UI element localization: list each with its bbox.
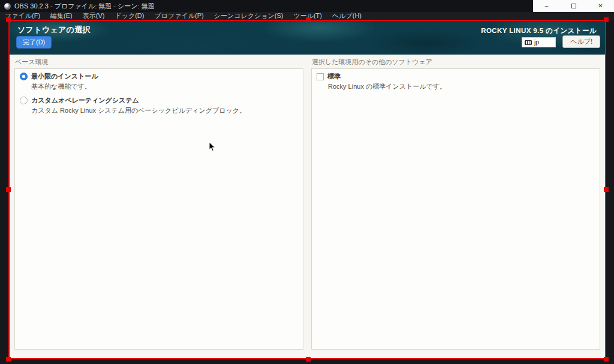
obs-window: OBS 30.2.3 - プロファイル: 無題 - シーン: 無題 – ✕ ファ… [0, 0, 614, 364]
resize-handle-top-center[interactable] [306, 17, 311, 22]
keyboard-icon [525, 40, 532, 45]
resize-handle-top-left[interactable] [6, 17, 11, 22]
obs-logo-icon [4, 3, 11, 10]
radio-unselected-icon[interactable] [20, 97, 28, 104]
base-environment-heading: ベース環境 [15, 58, 303, 67]
keyboard-layout-label: jp [534, 39, 539, 46]
close-button[interactable]: ✕ [587, 0, 614, 12]
help-button[interactable]: ヘルプ! [562, 35, 600, 48]
menu-scene-collection[interactable]: シーンコレクション(S) [214, 12, 284, 20]
page-title: ソフトウェアの選択 [17, 25, 91, 35]
done-button[interactable]: 完了(D) [16, 36, 52, 49]
resize-handle-middle-right[interactable] [604, 187, 609, 192]
list-item[interactable]: 最小限のインストール 基本的な機能です。 [15, 69, 303, 91]
resize-handle-bottom-left[interactable] [6, 357, 11, 362]
list-item[interactable]: カスタムオペレーティングシステム カスタム Rocky Linux システム用の… [15, 93, 303, 115]
maximize-button[interactable] [560, 0, 587, 12]
option-label: 最小限のインストール [31, 72, 98, 81]
addons-column: 選択した環境用のその他のソフトウェア 標準 Rocky Linux の標準インス… [311, 57, 600, 358]
base-environment-panel: 最小限のインストール 基本的な機能です。 カスタムオペレーティングシステム カス… [14, 68, 303, 350]
capture-preview[interactable]: ソフトウェアの選択 完了(D) ROCKY LINUX 9.5 のインストール … [8, 20, 606, 359]
menu-help[interactable]: ヘルプ(H) [332, 12, 362, 20]
resize-handle-bottom-right[interactable] [604, 357, 609, 362]
window-controls: – ✕ [533, 0, 614, 12]
menu-view[interactable]: 表示(V) [83, 12, 105, 20]
installer-content: ベース環境 最小限のインストール 基本的な機能です。 カスタムオペレーティングシ… [10, 55, 605, 358]
menu-profile[interactable]: プロファイル(P) [154, 12, 203, 20]
minimize-button[interactable]: – [533, 0, 560, 12]
window-title: OBS 30.2.3 - プロファイル: 無題 - シーン: 無題 [14, 2, 155, 11]
option-description: 基本的な機能です。 [31, 82, 298, 91]
menu-docks[interactable]: ドック(D) [115, 12, 144, 20]
resize-handle-bottom-center[interactable] [306, 357, 311, 362]
addons-heading: 選択した環境用のその他のソフトウェア [312, 58, 600, 67]
list-item[interactable]: 標準 Rocky Linux の標準インストールです。 [312, 69, 600, 91]
base-environment-column: ベース環境 最小限のインストール 基本的な機能です。 カスタムオペレーティングシ… [14, 57, 303, 358]
option-description: カスタム Rocky Linux システム用のベーシックビルディングブロック。 [31, 106, 298, 115]
addons-panel: 標準 Rocky Linux の標準インストールです。 [311, 68, 600, 350]
maximize-icon [571, 4, 576, 8]
option-label: カスタムオペレーティングシステム [31, 96, 139, 105]
checkbox-unchecked-icon[interactable] [317, 73, 324, 80]
installer-banner: ソフトウェアの選択 完了(D) ROCKY LINUX 9.5 のインストール … [10, 21, 605, 55]
resize-handle-top-right[interactable] [604, 17, 609, 22]
resize-handle-middle-left[interactable] [6, 187, 11, 192]
radio-selected-icon[interactable] [20, 73, 28, 80]
distro-title: ROCKY LINUX 9.5 のインストール [481, 26, 597, 35]
option-description: Rocky Linux の標準インストールです。 [328, 82, 595, 91]
obs-titlebar: OBS 30.2.3 - プロファイル: 無題 - シーン: 無題 – ✕ [0, 0, 614, 12]
keyboard-layout-indicator[interactable]: jp [522, 37, 556, 47]
option-label: 標準 [327, 72, 341, 81]
mouse-cursor-icon [209, 142, 216, 152]
menu-edit[interactable]: 編集(E) [50, 12, 73, 20]
